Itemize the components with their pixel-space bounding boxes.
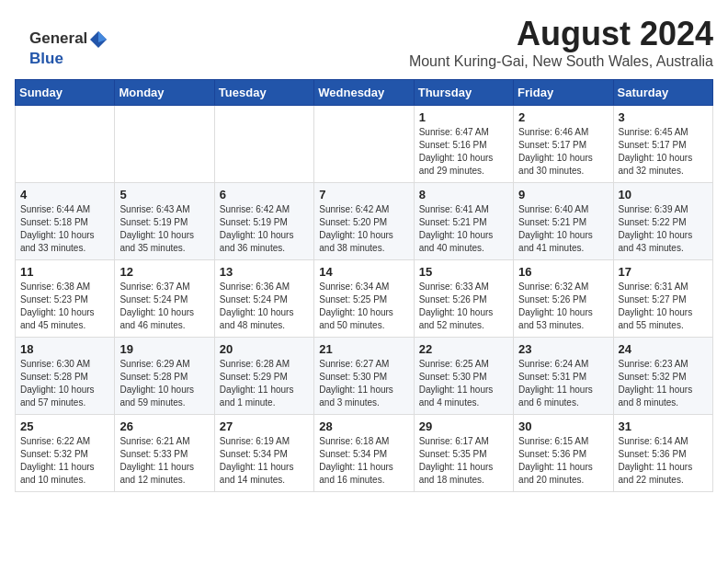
day-number: 6 [220, 188, 309, 201]
table-row: 31Sunrise: 6:14 AM Sunset: 5:36 PM Dayli… [613, 415, 712, 492]
table-row: 16Sunrise: 6:32 AM Sunset: 5:26 PM Dayli… [514, 260, 613, 338]
day-info: Sunrise: 6:40 AM Sunset: 5:21 PM Dayligh… [518, 203, 608, 255]
day-number: 14 [319, 265, 408, 279]
day-info: Sunrise: 6:30 AM Sunset: 5:28 PM Dayligh… [20, 358, 109, 409]
day-info: Sunrise: 6:32 AM Sunset: 5:26 PM Dayligh… [518, 281, 608, 332]
day-number: 31 [619, 419, 708, 433]
day-number: 11 [20, 265, 109, 279]
table-row: 6Sunrise: 6:42 AM Sunset: 5:19 PM Daylig… [214, 183, 313, 260]
day-info: Sunrise: 6:38 AM Sunset: 5:23 PM Dayligh… [20, 281, 109, 332]
table-row: 24Sunrise: 6:23 AM Sunset: 5:32 PM Dayli… [613, 338, 712, 415]
table-row: 30Sunrise: 6:15 AM Sunset: 5:36 PM Dayli… [514, 415, 613, 492]
table-row: 12Sunrise: 6:37 AM Sunset: 5:24 PM Dayli… [115, 260, 214, 338]
table-row [314, 106, 414, 183]
day-info: Sunrise: 6:33 AM Sunset: 5:26 PM Dayligh… [419, 281, 508, 332]
day-info: Sunrise: 6:18 AM Sunset: 5:34 PM Dayligh… [319, 435, 408, 487]
table-row: 7Sunrise: 6:42 AM Sunset: 5:20 PM Daylig… [314, 183, 414, 260]
day-number: 18 [20, 342, 109, 356]
header-saturday: Saturday [613, 80, 712, 106]
day-number: 10 [619, 188, 708, 201]
table-row: 25Sunrise: 6:22 AM Sunset: 5:32 PM Dayli… [16, 415, 115, 492]
day-number: 27 [220, 419, 309, 433]
month-year-title: August 2024 [15, 15, 713, 53]
day-info: Sunrise: 6:31 AM Sunset: 5:27 PM Dayligh… [619, 281, 708, 332]
day-info: Sunrise: 6:43 AM Sunset: 5:19 PM Dayligh… [119, 203, 209, 255]
day-info: Sunrise: 6:15 AM Sunset: 5:36 PM Dayligh… [518, 435, 608, 487]
header-section: August 2024 Mount Kuring-Gai, New South … [15, 15, 713, 70]
header-tuesday: Tuesday [214, 80, 313, 106]
day-info: Sunrise: 6:47 AM Sunset: 5:16 PM Dayligh… [419, 126, 508, 178]
table-row: 3Sunrise: 6:45 AM Sunset: 5:17 PM Daylig… [613, 106, 712, 183]
day-info: Sunrise: 6:17 AM Sunset: 5:35 PM Dayligh… [419, 435, 508, 487]
day-info: Sunrise: 6:45 AM Sunset: 5:17 PM Dayligh… [619, 126, 708, 178]
table-row: 8Sunrise: 6:41 AM Sunset: 5:21 PM Daylig… [414, 183, 513, 260]
day-info: Sunrise: 6:25 AM Sunset: 5:30 PM Dayligh… [419, 358, 508, 409]
table-row: 11Sunrise: 6:38 AM Sunset: 5:23 PM Dayli… [16, 260, 115, 338]
day-number: 24 [619, 342, 708, 356]
calendar-week-row: 18Sunrise: 6:30 AM Sunset: 5:28 PM Dayli… [16, 338, 713, 415]
day-number: 19 [119, 342, 209, 356]
day-info: Sunrise: 6:39 AM Sunset: 5:22 PM Dayligh… [619, 203, 708, 255]
day-number: 28 [319, 419, 408, 433]
table-row: 2Sunrise: 6:46 AM Sunset: 5:17 PM Daylig… [514, 106, 613, 183]
table-row: 5Sunrise: 6:43 AM Sunset: 5:19 PM Daylig… [115, 183, 214, 260]
day-number: 9 [518, 188, 608, 201]
table-row: 15Sunrise: 6:33 AM Sunset: 5:26 PM Dayli… [414, 260, 513, 338]
day-number: 21 [319, 342, 408, 356]
table-row: 1Sunrise: 6:47 AM Sunset: 5:16 PM Daylig… [414, 106, 513, 183]
day-info: Sunrise: 6:37 AM Sunset: 5:24 PM Dayligh… [119, 281, 209, 332]
day-number: 17 [619, 265, 708, 279]
calendar-week-row: 1Sunrise: 6:47 AM Sunset: 5:16 PM Daylig… [16, 106, 713, 183]
day-info: Sunrise: 6:42 AM Sunset: 5:19 PM Dayligh… [220, 203, 309, 255]
calendar-week-row: 11Sunrise: 6:38 AM Sunset: 5:23 PM Dayli… [16, 260, 713, 338]
logo: General Blue [29, 29, 109, 68]
logo-text: General Blue [29, 29, 109, 68]
table-row: 10Sunrise: 6:39 AM Sunset: 5:22 PM Dayli… [613, 183, 712, 260]
day-info: Sunrise: 6:36 AM Sunset: 5:24 PM Dayligh… [220, 281, 309, 332]
day-number: 5 [119, 188, 209, 201]
header-wednesday: Wednesday [314, 80, 414, 106]
header-friday: Friday [514, 80, 613, 106]
day-number: 30 [518, 419, 608, 433]
day-info: Sunrise: 6:34 AM Sunset: 5:25 PM Dayligh… [319, 281, 408, 332]
header-sunday: Sunday [16, 80, 115, 106]
header-monday: Monday [115, 80, 214, 106]
day-number: 22 [419, 342, 508, 356]
day-number: 3 [619, 110, 708, 124]
day-info: Sunrise: 6:28 AM Sunset: 5:29 PM Dayligh… [220, 358, 309, 409]
table-row: 27Sunrise: 6:19 AM Sunset: 5:34 PM Dayli… [214, 415, 313, 492]
table-row: 13Sunrise: 6:36 AM Sunset: 5:24 PM Dayli… [214, 260, 313, 338]
table-row: 19Sunrise: 6:29 AM Sunset: 5:28 PM Dayli… [115, 338, 214, 415]
day-number: 20 [220, 342, 309, 356]
header-thursday: Thursday [414, 80, 513, 106]
table-row: 21Sunrise: 6:27 AM Sunset: 5:30 PM Dayli… [314, 338, 414, 415]
day-info: Sunrise: 6:24 AM Sunset: 5:31 PM Dayligh… [518, 358, 608, 409]
day-number: 12 [119, 265, 209, 279]
day-number: 25 [20, 419, 109, 433]
day-info: Sunrise: 6:41 AM Sunset: 5:21 PM Dayligh… [419, 203, 508, 255]
day-number: 1 [419, 110, 508, 124]
calendar-week-row: 25Sunrise: 6:22 AM Sunset: 5:32 PM Dayli… [16, 415, 713, 492]
day-info: Sunrise: 6:42 AM Sunset: 5:20 PM Dayligh… [319, 203, 408, 255]
day-number: 2 [518, 110, 608, 124]
table-row: 26Sunrise: 6:21 AM Sunset: 5:33 PM Dayli… [115, 415, 214, 492]
day-info: Sunrise: 6:29 AM Sunset: 5:28 PM Dayligh… [119, 358, 209, 409]
table-row: 23Sunrise: 6:24 AM Sunset: 5:31 PM Dayli… [514, 338, 613, 415]
table-row [115, 106, 214, 183]
day-number: 7 [319, 188, 408, 201]
day-number: 26 [119, 419, 209, 433]
day-number: 8 [419, 188, 508, 201]
day-info: Sunrise: 6:21 AM Sunset: 5:33 PM Dayligh… [119, 435, 209, 487]
table-row [214, 106, 313, 183]
calendar-table: Sunday Monday Tuesday Wednesday Thursday… [15, 79, 713, 492]
top-area: General Blue August 2024 Mount Kuring-Ga… [15, 15, 713, 70]
table-row: 14Sunrise: 6:34 AM Sunset: 5:25 PM Dayli… [314, 260, 414, 338]
table-row [16, 106, 115, 183]
day-info: Sunrise: 6:22 AM Sunset: 5:32 PM Dayligh… [20, 435, 109, 487]
table-row: 29Sunrise: 6:17 AM Sunset: 5:35 PM Dayli… [414, 415, 513, 492]
table-row: 18Sunrise: 6:30 AM Sunset: 5:28 PM Dayli… [16, 338, 115, 415]
day-info: Sunrise: 6:27 AM Sunset: 5:30 PM Dayligh… [319, 358, 408, 409]
day-number: 16 [518, 265, 608, 279]
table-row: 20Sunrise: 6:28 AM Sunset: 5:29 PM Dayli… [214, 338, 313, 415]
table-row: 9Sunrise: 6:40 AM Sunset: 5:21 PM Daylig… [514, 183, 613, 260]
